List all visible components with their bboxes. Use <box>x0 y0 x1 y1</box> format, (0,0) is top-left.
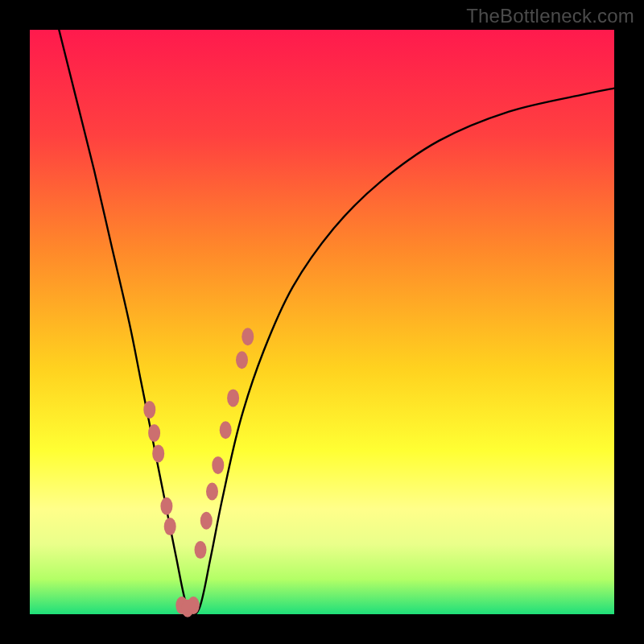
marker-point <box>227 389 239 407</box>
chart-frame: TheBottleneck.com <box>0 0 644 644</box>
marker-point <box>220 421 232 439</box>
watermark-text: TheBottleneck.com <box>466 5 634 27</box>
marker-point <box>164 518 176 535</box>
marker-point <box>242 328 254 345</box>
marker-point <box>195 541 207 559</box>
marker-point <box>206 483 218 501</box>
marker-point <box>200 512 213 530</box>
marker-point <box>236 351 248 369</box>
marker-point <box>152 444 164 462</box>
marker-point <box>188 597 200 614</box>
marker-point <box>212 456 224 474</box>
chart-svg <box>30 30 614 614</box>
marker-point <box>143 401 155 419</box>
marker-point <box>148 424 160 442</box>
marker-point <box>160 497 172 515</box>
bottleneck-curve <box>59 30 614 615</box>
